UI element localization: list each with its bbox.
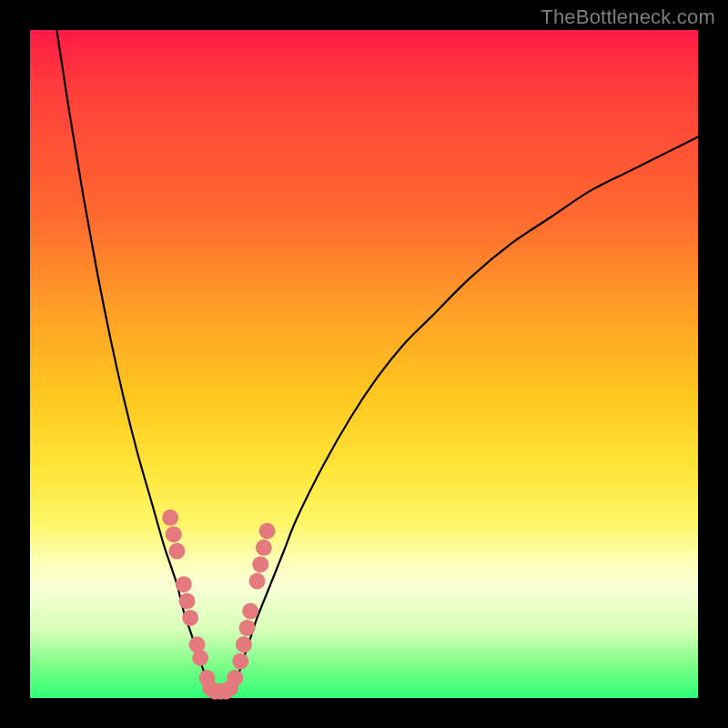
watermark-text: TheBottleneck.com bbox=[541, 5, 715, 29]
curve-right-branch bbox=[230, 136, 698, 691]
data-marker bbox=[252, 556, 268, 572]
data-marker bbox=[256, 540, 272, 556]
data-marker bbox=[166, 526, 182, 542]
data-marker bbox=[232, 653, 248, 670]
data-marker bbox=[182, 610, 198, 626]
data-marker bbox=[192, 650, 208, 666]
data-marker bbox=[242, 603, 258, 620]
data-marker bbox=[176, 576, 192, 592]
data-marker bbox=[249, 573, 266, 590]
chart-frame: TheBottleneck.com bbox=[0, 0, 728, 728]
data-marker bbox=[239, 620, 256, 636]
data-marker bbox=[178, 593, 195, 610]
curve-left-branch bbox=[56, 30, 210, 692]
curve-layer bbox=[56, 30, 698, 692]
data-marker bbox=[236, 636, 252, 652]
marker-layer bbox=[162, 510, 275, 700]
chart-svg bbox=[30, 30, 698, 698]
data-marker bbox=[259, 523, 276, 540]
data-marker bbox=[227, 670, 243, 686]
data-marker bbox=[168, 543, 185, 560]
data-marker bbox=[162, 510, 178, 526]
